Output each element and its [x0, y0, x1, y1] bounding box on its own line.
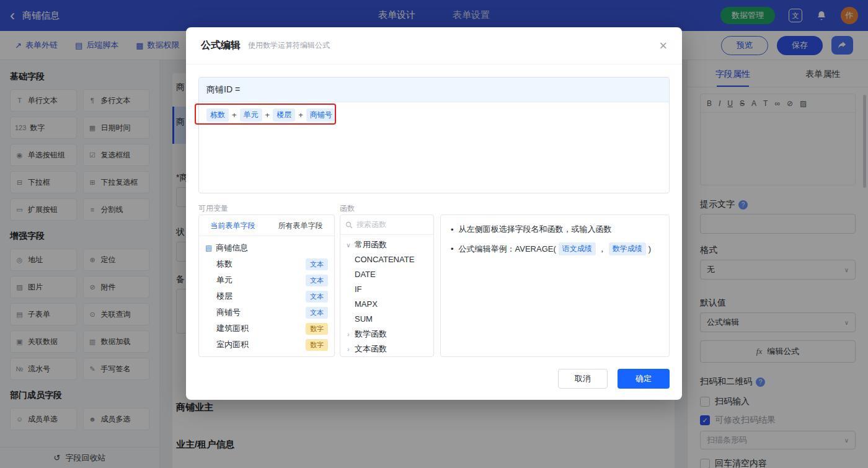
- tip-line-1: • 从左侧面板选择字段名和函数，或输入函数: [451, 224, 659, 235]
- example-chip: 语文成绩: [559, 242, 596, 255]
- modal-title: 公式编辑: [201, 39, 241, 52]
- function-group-common[interactable]: ∨ 常用函数: [345, 237, 428, 252]
- function-group-math[interactable]: › 数学函数: [345, 327, 428, 342]
- tip-line-2: • 公式编辑举例：AVERAGE( 语文成绩 ， 数学成绩 ): [451, 242, 659, 255]
- plus-operator: +: [298, 110, 303, 120]
- type-tag: 文本: [306, 307, 328, 319]
- type-tag: 文本: [306, 258, 328, 270]
- close-icon[interactable]: ×: [659, 39, 667, 53]
- function-item-date[interactable]: DATE: [345, 267, 428, 282]
- chevron-down-icon: ∨: [345, 242, 352, 249]
- bullet: •: [451, 225, 454, 234]
- function-group-label: 文本函数: [355, 343, 387, 355]
- tip-example-prefix: 公式编辑举例：AVERAGE(: [459, 244, 556, 255]
- form-doc-icon: ▤: [205, 244, 212, 252]
- functions-list: ∨ 常用函数 CONCATENATE DATE IF MAPX SUM › 数学…: [340, 235, 433, 357]
- formula-chip[interactable]: 楼层: [273, 108, 295, 121]
- formula-chip[interactable]: 商铺号: [306, 108, 336, 121]
- formula-target: 商铺ID =: [199, 77, 669, 102]
- variables-label: 可用变量: [198, 203, 228, 214]
- formula-tips-panel: • 从左侧面板选择字段名和函数，或输入函数 • 公式编辑举例：AVERAGE( …: [440, 214, 670, 357]
- variables-tabs: 当前表单字段 所有表单字段: [199, 215, 334, 236]
- type-tag: 数字: [306, 339, 328, 351]
- variable-row[interactable]: 室内面积 数字: [205, 337, 328, 353]
- functions-panel: 搜索函数 ∨ 常用函数 CONCATENATE DATE IF MAPX SUM…: [340, 214, 434, 357]
- variable-name: 单元: [216, 275, 232, 286]
- function-item-mapx[interactable]: MAPX: [345, 297, 428, 312]
- example-chip: 数学成绩: [609, 242, 646, 255]
- variable-name: 建筑面积: [216, 323, 249, 334]
- cancel-button[interactable]: 取消: [558, 369, 608, 389]
- variables-panel: 当前表单字段 所有表单字段 ▤ 商铺信息 栋数 文本 单元 文本 楼层 文本 商…: [198, 214, 335, 357]
- confirm-button[interactable]: 确定: [618, 369, 670, 389]
- variable-row[interactable]: 栋数 文本: [205, 256, 328, 272]
- variable-name: 楼层: [216, 291, 232, 302]
- plus-operator: +: [232, 110, 237, 120]
- type-tag: 文本: [306, 291, 328, 302]
- variable-name: 栋数: [216, 258, 232, 270]
- tip-text: 从左侧面板选择字段名和函数，或输入函数: [459, 224, 612, 235]
- search-icon: [345, 221, 353, 229]
- function-search-input[interactable]: 搜索函数: [340, 215, 433, 235]
- chevron-right-icon: ›: [345, 331, 352, 338]
- variable-row[interactable]: 单元 文本: [205, 272, 328, 288]
- function-item-if[interactable]: IF: [345, 282, 428, 297]
- tab-all-form-fields[interactable]: 所有表单字段: [267, 215, 334, 236]
- function-group-label: 常用函数: [355, 239, 387, 250]
- function-group-text[interactable]: › 文本函数: [345, 342, 428, 356]
- plus-operator: +: [265, 110, 270, 120]
- type-tag: 数字: [306, 323, 328, 335]
- formula-editor[interactable]: 商铺ID = 栋数 + 单元 + 楼层 + 商铺号: [198, 77, 670, 193]
- modal-subtitle: 使用数学运算符编辑公式: [248, 40, 330, 51]
- tab-current-form-fields[interactable]: 当前表单字段: [199, 215, 267, 236]
- formula-chip[interactable]: 单元: [240, 108, 262, 121]
- function-group-label: 数学函数: [355, 329, 387, 340]
- variables-group-label: 商铺信息: [216, 242, 248, 254]
- modal-footer: 取消 确定: [186, 358, 682, 400]
- search-placeholder: 搜索函数: [356, 219, 386, 230]
- tip-example-suffix: ): [649, 244, 651, 254]
- modal-header: 公式编辑 使用数学运算符编辑公式 ×: [186, 27, 682, 64]
- variable-name: 室内面积: [216, 339, 249, 350]
- variable-name: 商铺号: [216, 307, 241, 318]
- formula-chip[interactable]: 栋数: [206, 108, 229, 121]
- function-item-concatenate[interactable]: CONCATENATE: [345, 252, 428, 267]
- functions-label: 函数: [340, 203, 355, 214]
- variables-list: ▤ 商铺信息 栋数 文本 单元 文本 楼层 文本 商铺号 文本 建筑面积 数字: [199, 236, 334, 356]
- variable-row[interactable]: 建筑面积 数字: [205, 320, 328, 337]
- formula-edit-modal: 公式编辑 使用数学运算符编辑公式 × 商铺ID = 栋数 + 单元 + 楼层 +…: [186, 27, 682, 400]
- function-item-sum[interactable]: SUM: [345, 312, 428, 327]
- variable-row[interactable]: 商铺号 文本: [205, 304, 328, 320]
- formula-expression: 栋数 + 单元 + 楼层 + 商铺号: [199, 102, 669, 128]
- chevron-right-icon: ›: [345, 346, 352, 353]
- variables-group[interactable]: ▤ 商铺信息: [205, 240, 328, 256]
- variable-row[interactable]: 楼层 文本: [205, 288, 328, 304]
- type-tag: 文本: [306, 275, 328, 286]
- formula-target-text: 商铺ID =: [206, 84, 240, 95]
- comma-separator: ，: [598, 244, 606, 255]
- bullet: •: [451, 244, 454, 254]
